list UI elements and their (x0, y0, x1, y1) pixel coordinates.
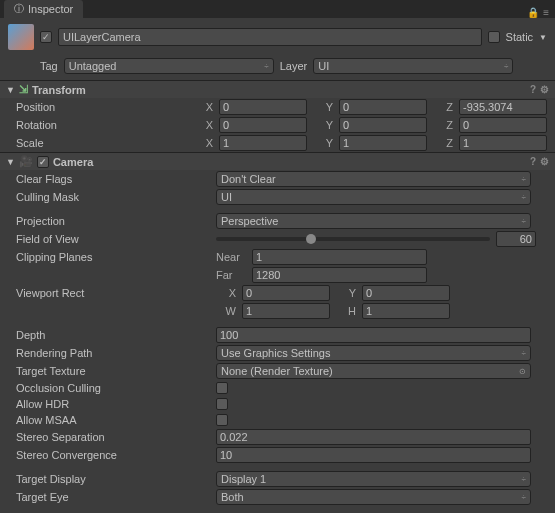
allowhdr-checkbox[interactable] (216, 398, 228, 410)
static-checkbox[interactable] (488, 31, 500, 43)
fov-value-input[interactable]: 60 (496, 231, 536, 247)
targeteye-dropdown[interactable]: Both÷ (216, 489, 531, 505)
transform-header[interactable]: ▼ ⇲ Transform ? ⚙ (0, 81, 555, 98)
viewport-x-input[interactable] (242, 285, 330, 301)
renderingpath-dropdown[interactable]: Use Graphics Settings÷ (216, 345, 531, 361)
fov-label: Field of View (16, 233, 216, 245)
help-icon[interactable]: ? (530, 156, 536, 167)
tab-title: Inspector (28, 3, 73, 15)
info-icon: ⓘ (14, 2, 24, 16)
gear-icon[interactable]: ⚙ (540, 156, 549, 167)
chevron-down-icon: ÷ (522, 175, 526, 184)
static-label: Static (506, 31, 534, 43)
stereoconv-input[interactable] (216, 447, 531, 463)
position-label: Position (16, 101, 193, 113)
allowmsaa-label: Allow MSAA (16, 414, 216, 426)
targetdisplay-label: Target Display (16, 473, 216, 485)
gear-icon[interactable]: ⚙ (540, 84, 549, 95)
far-clip-input[interactable] (252, 267, 427, 283)
targettexture-field[interactable]: None (Render Texture)⊙ (216, 363, 531, 379)
scale-x-input[interactable] (219, 135, 307, 151)
scale-label: Scale (16, 137, 193, 149)
chevron-down-icon: ÷ (504, 62, 508, 71)
rotation-z-input[interactable] (459, 117, 547, 133)
camera-enabled-checkbox[interactable] (37, 156, 49, 168)
cullingmask-label: Culling Mask (16, 191, 216, 203)
stereoconv-label: Stereo Convergence (16, 449, 216, 461)
position-z-input[interactable] (459, 99, 547, 115)
projection-dropdown[interactable]: Perspective÷ (216, 213, 531, 229)
targeteye-label: Target Eye (16, 491, 216, 503)
chevron-down-icon: ÷ (522, 475, 526, 484)
component-title: Transform (32, 84, 526, 96)
layer-dropdown[interactable]: UI ÷ (313, 58, 513, 74)
inspector-tab[interactable]: ⓘ Inspector (4, 0, 83, 18)
gameobject-name-input[interactable] (58, 28, 482, 46)
renderingpath-label: Rendering Path (16, 347, 216, 359)
clearflags-dropdown[interactable]: Don't Clear÷ (216, 171, 531, 187)
chevron-down-icon: ÷ (522, 193, 526, 202)
chevron-down-icon: ÷ (522, 217, 526, 226)
occlusion-label: Occlusion Culling (16, 382, 216, 394)
depth-label: Depth (16, 329, 216, 341)
near-clip-input[interactable] (252, 249, 427, 265)
camera-icon: 🎥 (19, 155, 33, 168)
cullingmask-dropdown[interactable]: UI÷ (216, 189, 531, 205)
rotation-x-input[interactable] (219, 117, 307, 133)
help-icon[interactable]: ? (530, 84, 536, 95)
allowhdr-label: Allow HDR (16, 398, 216, 410)
projection-label: Projection (16, 215, 216, 227)
viewport-w-input[interactable] (242, 303, 330, 319)
targettexture-label: Target Texture (16, 365, 216, 377)
static-dropdown-arrow[interactable]: ▼ (539, 33, 547, 42)
chevron-down-icon: ÷ (522, 493, 526, 502)
targetdisplay-dropdown[interactable]: Display 1÷ (216, 471, 531, 487)
stereosep-input[interactable] (216, 429, 531, 445)
viewport-h-input[interactable] (362, 303, 450, 319)
object-picker-icon[interactable]: ⊙ (519, 367, 526, 376)
viewport-y-input[interactable] (362, 285, 450, 301)
lock-icon[interactable]: 🔒 (527, 7, 539, 18)
position-y-input[interactable] (339, 99, 427, 115)
depth-input[interactable] (216, 327, 531, 343)
scale-z-input[interactable] (459, 135, 547, 151)
occlusion-checkbox[interactable] (216, 382, 228, 394)
gameobject-icon[interactable] (8, 24, 34, 50)
clipping-label: Clipping Planes (16, 251, 216, 263)
stereosep-label: Stereo Separation (16, 431, 216, 443)
tag-label: Tag (40, 60, 58, 72)
transform-icon: ⇲ (19, 83, 28, 96)
position-x-input[interactable] (219, 99, 307, 115)
gameobject-enabled-checkbox[interactable] (40, 31, 52, 43)
menu-icon[interactable]: ≡ (543, 7, 549, 18)
slider-thumb[interactable] (306, 234, 316, 244)
fov-slider[interactable] (216, 237, 490, 241)
component-title: Camera (53, 156, 526, 168)
camera-header[interactable]: ▼ 🎥 Camera ? ⚙ (0, 153, 555, 170)
foldout-icon[interactable]: ▼ (6, 85, 15, 95)
viewport-label: Viewport Rect (16, 287, 216, 299)
scale-y-input[interactable] (339, 135, 427, 151)
layer-label: Layer (280, 60, 308, 72)
foldout-icon[interactable]: ▼ (6, 157, 15, 167)
chevron-down-icon: ÷ (522, 349, 526, 358)
allowmsaa-checkbox[interactable] (216, 414, 228, 426)
clearflags-label: Clear Flags (16, 173, 216, 185)
tag-dropdown[interactable]: Untagged ÷ (64, 58, 274, 74)
chevron-down-icon: ÷ (264, 62, 268, 71)
rotation-y-input[interactable] (339, 117, 427, 133)
rotation-label: Rotation (16, 119, 193, 131)
